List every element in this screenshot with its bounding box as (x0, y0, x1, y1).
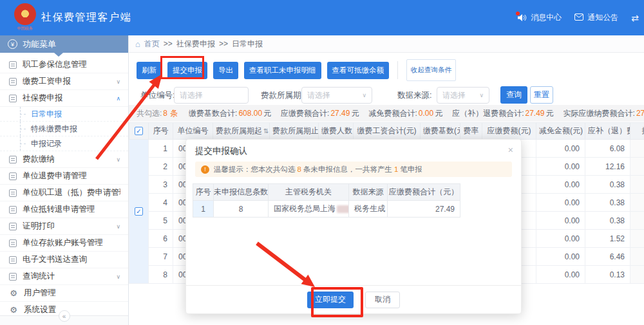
col-rate: 费率 (460, 123, 482, 140)
col-op: 操作 (630, 123, 644, 140)
breadcrumb-home[interactable]: 首页 (144, 39, 160, 50)
col-period-start[interactable]: 费款所属期起⇅ (213, 123, 270, 140)
cancel-button[interactable]: 取消 (365, 292, 400, 308)
chevron-down-icon: ∨ (116, 223, 120, 230)
refund-icon (9, 206, 17, 214)
chevron-down-icon: ∨ (479, 92, 484, 98)
printer-icon (9, 223, 17, 230)
col-payable: 应缴费额(元) (482, 123, 536, 140)
sidebar-item-edoc-delivery[interactable]: 电子文书送达查询 (0, 252, 128, 268)
dialog-footer: 立即提交 取消 (186, 285, 521, 313)
col-relief: 减免金额(元) (536, 123, 585, 140)
redacted-text (337, 205, 349, 213)
submit-now-button[interactable]: 立即提交 (307, 292, 354, 308)
col-unit-code: 单位编号 (173, 123, 213, 140)
sidebar-item-offset-refund[interactable]: 单位抵转退申请管理 (0, 201, 128, 218)
col-period-end: 费款所属期止 (270, 123, 319, 140)
query-button[interactable]: 查询 (500, 86, 527, 104)
warning-icon: ! (201, 165, 209, 174)
mcol-source: 数据来源 (349, 184, 388, 201)
mcol-total: 应缴费额合计（元） (388, 184, 460, 201)
col-people: 缴费人数 (319, 123, 354, 140)
mcol-authority: 主管税务机关 (269, 184, 349, 201)
col-seq: 序号 (149, 123, 173, 140)
fee-period-select[interactable]: 请选择 ∨ (301, 87, 372, 104)
document-send-icon (9, 256, 17, 264)
data-source-label: 数据来源: (397, 90, 431, 101)
summary-bar: 共勾选:8条 缴费基数合计:608.00元 应缴费额合计:27.49元 减免费额… (129, 105, 644, 122)
sidebar-menu: 职工参保信息管理 缴费工资申报 ∨ 社保费申报 ∧ 日常申报 特殊缴费申报 申报… (0, 57, 128, 319)
dialog-title: 提交申报确认 (186, 140, 521, 162)
toolbar-divider (397, 61, 398, 79)
document-icon (9, 61, 17, 69)
sidebar-item-certificate-print[interactable]: 证明打印 ∨ (0, 218, 128, 235)
sidebar-item-bank-account[interactable]: 单位存款账户账号管理 (0, 235, 128, 252)
row-group-checkbox[interactable]: ✓ (135, 207, 143, 216)
message-center-label: 消息中心 (531, 12, 562, 23)
message-center-link[interactable]: 消息中心 (517, 12, 562, 23)
fee-period-label: 费款所属期: (261, 90, 303, 101)
confirm-table-row: 1 8 国家税务总局上海税务... 税务生成 27.49 (193, 201, 460, 218)
home-icon[interactable]: ⌂ (135, 39, 140, 49)
sidebar-item-employee-insurance[interactable]: 职工参保信息管理 (0, 57, 128, 73)
collapse-query-button[interactable]: 收起查询条件 (406, 59, 456, 81)
account-icon (9, 239, 17, 247)
breadcrumb-level1[interactable]: 社保费申报 (176, 39, 215, 50)
app-logo: ★ 中国税务 (10, 3, 40, 32)
header-actions: 消息中心 通知公告 ⇄ (517, 0, 639, 35)
speaker-icon (517, 14, 527, 22)
form-icon (9, 95, 17, 102)
sidebar-item-unit-refund[interactable]: 单位退费申请管理 (0, 168, 128, 185)
authority-cell: 国家税务总局上海税务... (269, 201, 349, 218)
unit-code-input[interactable] (174, 87, 249, 104)
envelope-icon (574, 14, 583, 23)
gear-icon: ⚙ (9, 306, 18, 314)
refund-icon (9, 189, 17, 197)
chevron-up-icon: ∧ (116, 95, 120, 102)
sidebar-subitem-daily-declare[interactable]: 日常申报 (0, 107, 128, 122)
sidebar-item-query-statistics[interactable]: 查询统计 ∨ (0, 268, 128, 285)
tax-emblem-icon: ★ (14, 3, 36, 25)
data-source-select[interactable]: 请选择 ∨ (437, 87, 489, 104)
sidebar-footer: « (0, 315, 128, 325)
mcol-seq: 序号 (193, 184, 214, 201)
sidebar-item-salary-declare[interactable]: 缴费工资申报 ∨ (0, 73, 128, 90)
unit-code-label: 单位编号: (140, 90, 175, 101)
yen-circle-icon: ¥ (8, 39, 17, 49)
menu-banner: ¥ 功能菜单 (0, 35, 128, 53)
payment-icon (9, 156, 17, 163)
chevron-down-icon: ∨ (116, 156, 120, 163)
confirm-table: 序号 未申报信息条数 主管税务机关 数据来源 应缴费额合计（元） 1 8 国家税… (193, 183, 460, 218)
sort-icon: ⇅ (263, 127, 269, 135)
breadcrumb-level2: 日常申报 (232, 39, 263, 50)
reset-button[interactable]: 重置 (530, 86, 553, 104)
app-title: 社保费管理客户端 (41, 11, 131, 24)
sidebar-item-fee-payment[interactable]: 费款缴纳 ∨ (0, 151, 128, 168)
sidebar: ¥ 功能菜单 职工参保信息管理 缴费工资申报 ∨ 社保费申报 ∧ 日常申报 特殊… (0, 35, 129, 325)
view-balance-button[interactable]: 查看可抵缴余额 (327, 62, 390, 79)
dialog-tip-banner: ! 温馨提示：您本次共勾选8条未申报信息，一共将产生1笔申报 (195, 162, 512, 177)
notice-link[interactable]: 通知公告 (574, 12, 618, 23)
emblem-star: ★ (21, 10, 29, 19)
submit-confirm-dialog: 提交申报确认 × ! 温馨提示：您本次共勾选8条未申报信息，一共将产生1笔申报 … (185, 139, 522, 314)
sidebar-subitem-special-declare[interactable]: 特殊缴费申报 (0, 122, 128, 136)
switch-account-icon[interactable]: ⇄ (631, 13, 639, 23)
gear-icon: ⚙ (9, 289, 18, 297)
sidebar-item-user-management[interactable]: ⚙ 用户管理 (0, 285, 128, 302)
sidebar-subitem-declare-record[interactable]: 申报记录 (0, 136, 128, 151)
menu-title: 功能菜单 (23, 39, 56, 50)
chevron-down-icon: ∨ (116, 79, 120, 85)
sidebar-item-employee-refund[interactable]: 单位职工退（抵）费申请管理 (0, 185, 128, 201)
chevron-down-icon: ∨ (362, 92, 366, 98)
submit-declare-button[interactable]: 提交申报 (167, 62, 207, 79)
export-button[interactable]: 导出 (213, 62, 238, 79)
sidebar-collapse-button[interactable]: « (59, 310, 70, 322)
breadcrumb-separator: >> (219, 39, 228, 48)
view-undeclared-button[interactable]: 查看职工未申报明细 (244, 62, 321, 79)
close-icon[interactable]: × (508, 145, 513, 155)
chevron-down-icon: ∨ (116, 274, 120, 280)
refresh-button[interactable]: 刷新 (137, 62, 162, 79)
sidebar-item-social-fee-declare[interactable]: 社保费申报 ∧ (0, 90, 128, 107)
breadcrumb: ⌂ 首页 >> 社保费申报 >> 日常申报 (129, 35, 644, 53)
select-all-checkbox[interactable]: ✓ (135, 127, 143, 135)
